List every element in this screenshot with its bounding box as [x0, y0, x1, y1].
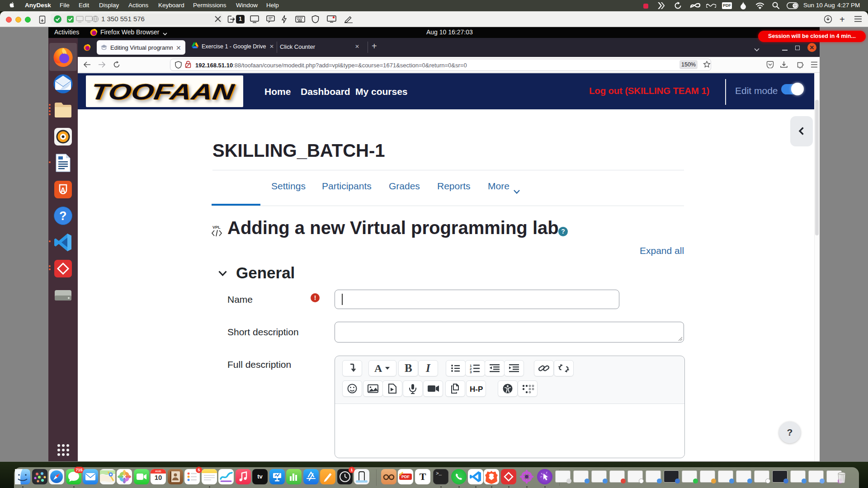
svg-text:H-P: H-P: [470, 385, 483, 394]
svg-text:3: 3: [470, 370, 472, 374]
svg-text:?: ?: [59, 209, 67, 223]
svg-text:I: I: [425, 362, 431, 374]
svg-text:A: A: [374, 362, 382, 374]
svg-text:A: A: [61, 187, 66, 194]
svg-text:B: B: [405, 362, 412, 374]
svg-text:VPL: VPL: [212, 225, 221, 230]
